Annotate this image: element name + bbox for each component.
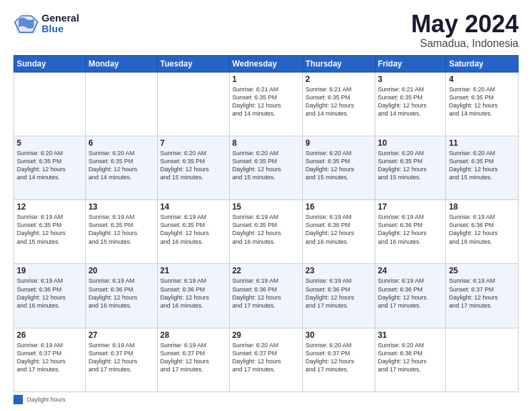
calendar-cell: 11Sunrise: 6:20 AM Sunset: 6:35 PM Dayli… bbox=[446, 136, 519, 199]
day-info: Sunrise: 6:19 AM Sunset: 6:37 PM Dayligh… bbox=[17, 341, 83, 374]
calendar-cell: 12Sunrise: 6:19 AM Sunset: 6:35 PM Dayli… bbox=[14, 200, 86, 264]
week-row: 5Sunrise: 6:20 AM Sunset: 6:35 PM Daylig… bbox=[14, 136, 519, 199]
legend-color-box bbox=[13, 395, 23, 404]
day-info: Sunrise: 6:20 AM Sunset: 6:35 PM Dayligh… bbox=[306, 149, 372, 182]
day-number: 26 bbox=[17, 330, 83, 340]
day-number: 4 bbox=[449, 75, 515, 84]
day-info: Sunrise: 6:19 AM Sunset: 6:35 PM Dayligh… bbox=[89, 213, 154, 246]
day-info: Sunrise: 6:19 AM Sunset: 6:36 PM Dayligh… bbox=[306, 277, 372, 310]
calendar-cell: 28Sunrise: 6:19 AM Sunset: 6:37 PM Dayli… bbox=[157, 328, 229, 392]
calendar-cell: 21Sunrise: 6:19 AM Sunset: 6:36 PM Dayli… bbox=[157, 264, 229, 328]
day-number: 28 bbox=[161, 330, 226, 340]
week-row: 19Sunrise: 6:19 AM Sunset: 6:36 PM Dayli… bbox=[14, 264, 519, 328]
week-row: 1Sunrise: 6:21 AM Sunset: 6:35 PM Daylig… bbox=[14, 72, 519, 136]
calendar-cell bbox=[14, 72, 86, 136]
calendar-cell: 24Sunrise: 6:19 AM Sunset: 6:36 PM Dayli… bbox=[375, 264, 446, 328]
day-number: 24 bbox=[378, 266, 443, 275]
day-info: Sunrise: 6:19 AM Sunset: 6:36 PM Dayligh… bbox=[378, 277, 443, 310]
day-info: Sunrise: 6:20 AM Sunset: 6:35 PM Dayligh… bbox=[232, 149, 300, 182]
weekday-header-friday: Friday bbox=[375, 55, 446, 72]
day-info: Sunrise: 6:19 AM Sunset: 6:36 PM Dayligh… bbox=[306, 213, 372, 246]
calendar-cell: 27Sunrise: 6:19 AM Sunset: 6:37 PM Dayli… bbox=[85, 328, 157, 392]
calendar-cell: 8Sunrise: 6:20 AM Sunset: 6:35 PM Daylig… bbox=[229, 136, 302, 199]
day-number: 6 bbox=[89, 138, 154, 148]
day-number: 30 bbox=[306, 330, 372, 340]
day-info: Sunrise: 6:19 AM Sunset: 6:35 PM Dayligh… bbox=[232, 213, 300, 246]
day-info: Sunrise: 6:19 AM Sunset: 6:36 PM Dayligh… bbox=[89, 277, 154, 310]
calendar-table: SundayMondayTuesdayWednesdayThursdayFrid… bbox=[13, 55, 519, 392]
calendar-cell: 17Sunrise: 6:19 AM Sunset: 6:36 PM Dayli… bbox=[375, 200, 446, 264]
week-row: 12Sunrise: 6:19 AM Sunset: 6:35 PM Dayli… bbox=[14, 200, 519, 264]
day-number: 21 bbox=[161, 266, 226, 275]
day-info: Sunrise: 6:19 AM Sunset: 6:36 PM Dayligh… bbox=[17, 277, 83, 310]
calendar-cell: 9Sunrise: 6:20 AM Sunset: 6:35 PM Daylig… bbox=[302, 136, 375, 199]
day-info: Sunrise: 6:19 AM Sunset: 6:37 PM Dayligh… bbox=[89, 341, 154, 374]
day-number: 1 bbox=[232, 75, 300, 84]
calendar-cell bbox=[85, 72, 157, 136]
calendar: SundayMondayTuesdayWednesdayThursdayFrid… bbox=[13, 55, 519, 392]
weekday-header-saturday: Saturday bbox=[446, 55, 519, 72]
day-info: Sunrise: 6:21 AM Sunset: 6:35 PM Dayligh… bbox=[232, 85, 300, 118]
weekday-header-wednesday: Wednesday bbox=[229, 55, 302, 72]
day-number: 27 bbox=[89, 330, 154, 340]
calendar-cell: 22Sunrise: 6:19 AM Sunset: 6:36 PM Dayli… bbox=[229, 264, 302, 328]
calendar-cell: 26Sunrise: 6:19 AM Sunset: 6:37 PM Dayli… bbox=[14, 328, 86, 392]
day-info: Sunrise: 6:21 AM Sunset: 6:35 PM Dayligh… bbox=[306, 85, 372, 118]
day-number: 16 bbox=[306, 202, 372, 212]
calendar-cell: 7Sunrise: 6:20 AM Sunset: 6:35 PM Daylig… bbox=[157, 136, 229, 199]
calendar-cell: 10Sunrise: 6:20 AM Sunset: 6:35 PM Dayli… bbox=[375, 136, 446, 199]
calendar-cell: 31Sunrise: 6:20 AM Sunset: 6:38 PM Dayli… bbox=[375, 328, 446, 392]
calendar-body: 1Sunrise: 6:21 AM Sunset: 6:35 PM Daylig… bbox=[14, 72, 519, 392]
weekday-header-sunday: Sunday bbox=[14, 55, 86, 72]
day-info: Sunrise: 6:20 AM Sunset: 6:35 PM Dayligh… bbox=[161, 149, 226, 182]
calendar-cell: 18Sunrise: 6:19 AM Sunset: 6:36 PM Dayli… bbox=[446, 200, 519, 264]
day-info: Sunrise: 6:20 AM Sunset: 6:37 PM Dayligh… bbox=[306, 341, 372, 374]
day-number: 5 bbox=[17, 138, 83, 148]
weekday-header-monday: Monday bbox=[85, 55, 157, 72]
calendar-cell: 15Sunrise: 6:19 AM Sunset: 6:35 PM Dayli… bbox=[229, 200, 302, 264]
day-number: 13 bbox=[89, 202, 154, 212]
calendar-cell: 16Sunrise: 6:19 AM Sunset: 6:36 PM Dayli… bbox=[302, 200, 375, 264]
day-info: Sunrise: 6:19 AM Sunset: 6:35 PM Dayligh… bbox=[17, 213, 83, 246]
calendar-cell: 6Sunrise: 6:20 AM Sunset: 6:35 PM Daylig… bbox=[85, 136, 157, 199]
month-title: May 2024 bbox=[411, 11, 519, 38]
day-number: 7 bbox=[161, 138, 226, 148]
calendar-cell: 20Sunrise: 6:19 AM Sunset: 6:36 PM Dayli… bbox=[85, 264, 157, 328]
day-number: 29 bbox=[232, 330, 300, 340]
title-area: May 2024 Samadua, Indonesia bbox=[411, 11, 519, 50]
day-info: Sunrise: 6:20 AM Sunset: 6:35 PM Dayligh… bbox=[89, 149, 154, 182]
calendar-cell: 14Sunrise: 6:19 AM Sunset: 6:35 PM Dayli… bbox=[157, 200, 229, 264]
day-number: 15 bbox=[232, 202, 300, 212]
logo-text: General Blue bbox=[42, 13, 79, 35]
day-info: Sunrise: 6:19 AM Sunset: 6:36 PM Dayligh… bbox=[232, 277, 300, 310]
calendar-cell: 29Sunrise: 6:20 AM Sunset: 6:37 PM Dayli… bbox=[229, 328, 302, 392]
day-number: 9 bbox=[306, 138, 372, 148]
day-info: Sunrise: 6:19 AM Sunset: 6:37 PM Dayligh… bbox=[449, 277, 515, 310]
calendar-cell: 1Sunrise: 6:21 AM Sunset: 6:35 PM Daylig… bbox=[229, 72, 302, 136]
day-number: 12 bbox=[17, 202, 83, 212]
day-info: Sunrise: 6:20 AM Sunset: 6:35 PM Dayligh… bbox=[449, 149, 515, 182]
day-info: Sunrise: 6:20 AM Sunset: 6:35 PM Dayligh… bbox=[378, 149, 443, 182]
day-number: 10 bbox=[378, 138, 443, 148]
header: General Blue May 2024 Samadua, Indonesia bbox=[13, 11, 519, 50]
weekday-header-tuesday: Tuesday bbox=[157, 55, 229, 72]
day-number: 22 bbox=[232, 266, 300, 275]
calendar-cell: 13Sunrise: 6:19 AM Sunset: 6:35 PM Dayli… bbox=[85, 200, 157, 264]
day-number: 3 bbox=[378, 75, 443, 84]
day-number: 17 bbox=[378, 202, 443, 212]
location: Samadua, Indonesia bbox=[411, 38, 519, 50]
day-number: 14 bbox=[161, 202, 226, 212]
page: General Blue May 2024 Samadua, Indonesia… bbox=[0, 0, 532, 411]
day-number: 25 bbox=[449, 266, 515, 275]
logo-icon bbox=[13, 11, 39, 36]
week-row: 26Sunrise: 6:19 AM Sunset: 6:37 PM Dayli… bbox=[14, 328, 519, 392]
calendar-cell: 23Sunrise: 6:19 AM Sunset: 6:36 PM Dayli… bbox=[302, 264, 375, 328]
weekday-header-thursday: Thursday bbox=[302, 55, 375, 72]
footer: Daylight hours bbox=[13, 395, 519, 404]
day-info: Sunrise: 6:19 AM Sunset: 6:36 PM Dayligh… bbox=[161, 277, 226, 310]
calendar-cell: 5Sunrise: 6:20 AM Sunset: 6:35 PM Daylig… bbox=[14, 136, 86, 199]
calendar-cell: 4Sunrise: 6:20 AM Sunset: 6:35 PM Daylig… bbox=[446, 72, 519, 136]
day-number: 2 bbox=[306, 75, 372, 84]
day-number: 20 bbox=[89, 266, 154, 275]
day-number: 11 bbox=[449, 138, 515, 148]
